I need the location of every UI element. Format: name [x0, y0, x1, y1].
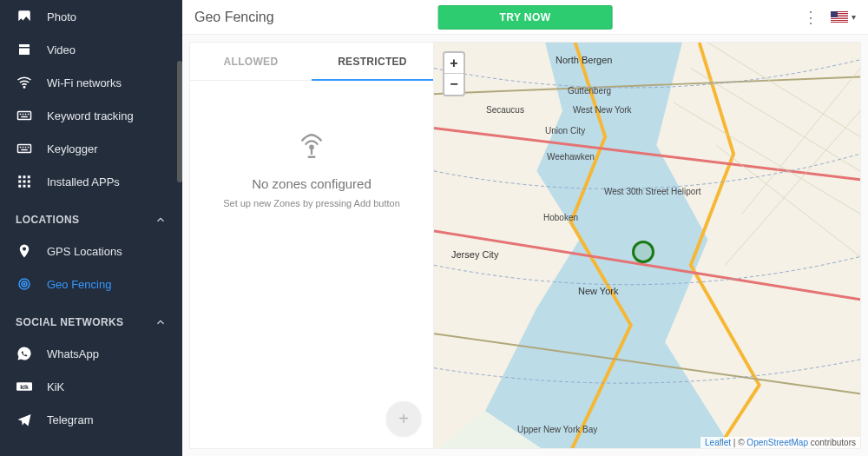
- plus-icon: +: [398, 409, 409, 429]
- svg-rect-8: [20, 147, 22, 149]
- svg-rect-11: [28, 147, 30, 149]
- sidebar-item-label: Geo Fencing: [47, 278, 111, 291]
- tab-allowed[interactable]: ALLOWED: [190, 43, 312, 80]
- sidebar-item-label: Installed APPs: [47, 175, 120, 188]
- sidebar: Photo Video Wi-Fi networks Keyword track…: [0, 0, 182, 456]
- sidebar-item-keyword[interactable]: Keyword tracking: [0, 99, 182, 132]
- svg-rect-3: [23, 114, 24, 116]
- svg-text:kik: kik: [20, 384, 29, 390]
- svg-rect-14: [23, 175, 26, 178]
- sidebar-item-label: Wi-Fi networks: [47, 76, 122, 89]
- telegram-icon: [16, 411, 33, 428]
- svg-rect-18: [28, 181, 30, 183]
- kik-icon: kik: [16, 378, 33, 395]
- svg-rect-7: [18, 145, 31, 153]
- svg-rect-20: [23, 185, 26, 188]
- sidebar-item-gps[interactable]: GPS Locations: [0, 235, 182, 268]
- target-icon: [16, 275, 33, 293]
- sidebar-item-wifi[interactable]: Wi-Fi networks: [0, 66, 182, 99]
- svg-rect-13: [18, 175, 21, 178]
- chevron-down-icon: ▾: [852, 12, 856, 22]
- zones-panel: ALLOWED RESTRICTED No zones configured S…: [189, 42, 434, 449]
- svg-rect-12: [21, 149, 28, 151]
- sidebar-item-label: WhatsApp: [47, 347, 99, 360]
- sidebar-item-kik[interactable]: kik KiK: [0, 370, 182, 403]
- main: Geo Fencing TRY NOW ⋮ ▾ ALLOWED RESTRICT…: [182, 0, 868, 456]
- leaflet-link[interactable]: Leaflet: [705, 438, 731, 447]
- sidebar-item-label: KiK: [47, 380, 64, 393]
- empty-title: No zones configured: [252, 176, 372, 191]
- section-label: LOCATIONS: [16, 214, 79, 226]
- svg-rect-21: [28, 185, 30, 188]
- osm-link[interactable]: OpenStreetMap: [746, 438, 808, 447]
- section-label: SOCIAL NETWORKS: [16, 316, 123, 328]
- add-zone-button[interactable]: +: [386, 401, 421, 436]
- svg-rect-9: [23, 147, 24, 149]
- map[interactable]: North BergenSecaucusGuttenbergWest New Y…: [434, 42, 861, 449]
- svg-point-0: [23, 87, 25, 89]
- chevron-up-icon: [155, 214, 167, 226]
- wifi-icon: [16, 74, 33, 91]
- apps-icon: [16, 173, 33, 190]
- zoom-out-button[interactable]: −: [444, 74, 464, 95]
- zoom-control: + −: [443, 51, 465, 96]
- svg-point-27: [310, 146, 312, 149]
- keyword-icon: [16, 107, 33, 124]
- sidebar-item-label: GPS Locations: [47, 245, 122, 258]
- sidebar-item-apps[interactable]: Installed APPs: [0, 165, 182, 198]
- svg-point-24: [23, 283, 25, 285]
- topbar: Geo Fencing TRY NOW ⋮ ▾: [182, 0, 868, 35]
- svg-rect-19: [18, 185, 21, 188]
- svg-rect-15: [28, 175, 30, 178]
- map-attribution: Leaflet | © OpenStreetMap contributors: [700, 437, 860, 448]
- sidebar-item-whatsapp[interactable]: WhatsApp: [0, 337, 182, 370]
- page-title: Geo Fencing: [194, 10, 274, 25]
- keylogger-icon: [16, 140, 33, 157]
- language-selector[interactable]: ▾: [831, 11, 856, 23]
- try-now-button[interactable]: TRY NOW: [438, 5, 613, 30]
- sidebar-item-photo[interactable]: Photo: [0, 0, 182, 33]
- sidebar-item-geofencing[interactable]: Geo Fencing: [0, 268, 182, 301]
- sidebar-item-keylogger[interactable]: Keylogger: [0, 132, 182, 165]
- empty-state: No zones configured Set up new Zones by …: [190, 81, 433, 448]
- photo-icon: [16, 8, 33, 25]
- svg-rect-1: [18, 112, 31, 120]
- antenna-icon: [297, 131, 326, 161]
- chevron-up-icon: [155, 316, 167, 328]
- tab-restricted[interactable]: RESTRICTED: [312, 43, 433, 80]
- svg-rect-6: [21, 116, 28, 118]
- sidebar-item-label: Keylogger: [47, 142, 98, 155]
- svg-rect-2: [20, 114, 22, 116]
- sidebar-item-telegram[interactable]: Telegram: [0, 403, 182, 436]
- section-header-social[interactable]: SOCIAL NETWORKS: [0, 301, 182, 337]
- pin-icon: [16, 242, 33, 260]
- sidebar-item-label: Keyword tracking: [47, 109, 134, 122]
- sidebar-item-video[interactable]: Video: [0, 33, 182, 66]
- sidebar-item-label: Video: [47, 43, 76, 56]
- svg-rect-17: [23, 181, 26, 183]
- section-header-locations[interactable]: LOCATIONS: [0, 198, 182, 235]
- svg-rect-10: [25, 147, 27, 149]
- video-icon: [16, 41, 33, 58]
- empty-subtitle: Set up new Zones by pressing Add button: [223, 198, 400, 208]
- sidebar-item-label: Photo: [47, 10, 76, 23]
- svg-rect-16: [18, 181, 21, 183]
- sidebar-item-label: Telegram: [47, 413, 93, 426]
- more-menu-icon[interactable]: ⋮: [803, 10, 819, 25]
- us-flag-icon: [831, 11, 848, 23]
- svg-rect-4: [25, 114, 27, 116]
- svg-rect-5: [28, 114, 30, 116]
- whatsapp-icon: [16, 345, 33, 362]
- zoom-in-button[interactable]: +: [444, 53, 464, 74]
- geofence-marker[interactable]: [632, 241, 654, 263]
